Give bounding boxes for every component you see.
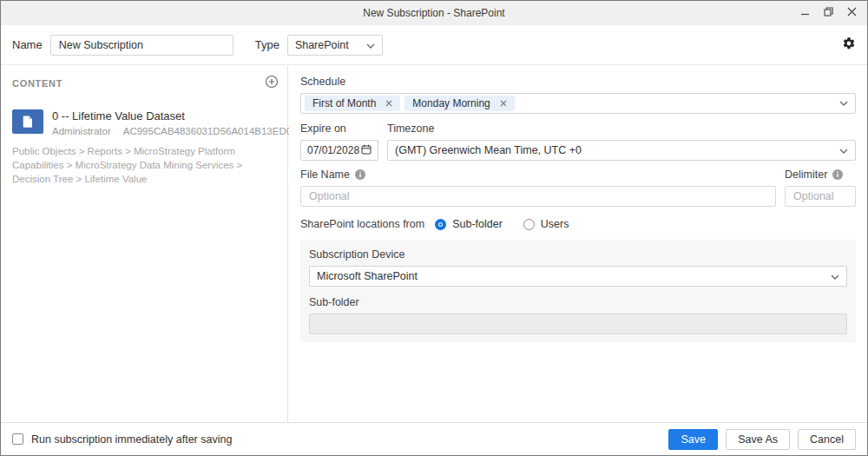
chevron-down-icon [366, 39, 375, 51]
radio-option-label: Sub-folder [452, 218, 503, 230]
radio-unselected-icon [523, 219, 535, 230]
device-label: Subscription Device [309, 248, 847, 261]
schedule-tag-label: First of Month [312, 97, 376, 109]
content-panel-title: CONTENT [12, 78, 62, 89]
restore-button[interactable] [817, 1, 840, 25]
chevron-down-icon [839, 144, 848, 156]
schedule-tag: Monday Morning [404, 96, 514, 111]
titlebar: New Subscription - SharePoint [1, 1, 867, 25]
expire-date-value: 07/01/2028 [307, 144, 359, 156]
delimiter-field: Delimiter [785, 169, 856, 207]
schedule-multiselect[interactable]: First of Month Monday Morning [300, 93, 856, 114]
new-subscription-dialog: New Subscription - SharePoint [0, 0, 868, 456]
info-icon[interactable] [355, 169, 365, 180]
close-icon [847, 7, 857, 19]
close-button[interactable] [840, 1, 864, 25]
minimize-button[interactable] [793, 1, 817, 25]
settings-button[interactable] [842, 36, 856, 54]
subfolder-label: Sub-folder [309, 296, 847, 308]
type-select[interactable]: SharePoint [287, 35, 383, 56]
type-value: SharePoint [295, 39, 349, 51]
content-panel: CONTENT 0 -- Lifetime Value Dataset Admi… [1, 66, 288, 422]
report-document-icon [12, 109, 43, 134]
run-immediately-checkbox[interactable] [12, 433, 23, 445]
radio-option-users[interactable]: Users [523, 218, 569, 230]
content-item-text: 0 -- Lifetime Value Dataset Administrato… [52, 109, 276, 136]
content-item-meta: Administrator AC995CAB4836031D56A014B13E… [52, 126, 276, 136]
content-panel-header: CONTENT [1, 66, 287, 92]
delimiter-input[interactable] [785, 186, 856, 207]
delimiter-label: Delimiter [785, 169, 827, 181]
add-content-button[interactable] [265, 75, 279, 92]
file-name-label: File Name [300, 169, 350, 181]
radio-selected-icon [435, 219, 446, 230]
gear-icon [842, 36, 856, 54]
name-input[interactable] [50, 35, 233, 56]
cancel-button[interactable]: Cancel [798, 429, 856, 450]
minimize-icon [800, 7, 810, 19]
content-item-title: 0 -- Lifetime Value Dataset [52, 109, 276, 122]
chevron-down-icon [839, 101, 848, 106]
content-item-path: Public Objects > Reports > MicroStrategy… [12, 144, 276, 186]
content-item-owner: Administrator [52, 126, 111, 136]
expire-field: Expire on 07/01/2028 [300, 122, 378, 161]
device-select[interactable]: Microsoft SharePoint [309, 266, 847, 287]
footer-bar: Run subscription immediately after savin… [1, 422, 867, 455]
schedule-label: Schedule [300, 76, 856, 88]
timezone-field: Timezone (GMT) Greenwich Mean Time, UTC … [387, 122, 856, 161]
content-item[interactable]: 0 -- Lifetime Value Dataset Administrato… [12, 109, 276, 136]
chevron-down-icon [831, 270, 839, 282]
info-icon[interactable] [832, 169, 843, 180]
run-immediately-label: Run subscription immediately after savin… [31, 433, 232, 446]
name-label: Name [12, 38, 43, 51]
device-panel: Subscription Device Microsoft SharePoint… [300, 240, 856, 342]
device-value: Microsoft SharePoint [317, 270, 418, 282]
timezone-label: Timezone [387, 122, 856, 135]
content-item-id: AC995CAB4836031D56A014B13ED06CA4 [123, 126, 317, 136]
restore-icon [824, 7, 833, 19]
save-button[interactable]: Save [668, 429, 718, 450]
save-as-button[interactable]: Save As [726, 429, 790, 450]
timezone-select[interactable]: (GMT) Greenwich Mean Time, UTC +0 [387, 140, 856, 161]
calendar-icon[interactable] [361, 144, 372, 157]
window-title: New Subscription - SharePoint [363, 7, 504, 19]
type-label: Type [255, 38, 279, 51]
schedule-tag: First of Month [305, 96, 400, 111]
expire-date-input[interactable]: 07/01/2028 [300, 140, 378, 161]
subfolder-input [309, 314, 847, 334]
subscription-header-row: Name Type SharePoint [1, 25, 867, 65]
remove-tag-icon[interactable] [500, 100, 507, 107]
radio-option-label: Users [541, 218, 569, 230]
expire-label: Expire on [300, 122, 378, 135]
locations-radio-group: Sub-folder Users [435, 218, 589, 230]
locations-row: SharePoint locations from Sub-folder Use… [300, 218, 856, 230]
file-name-field: File Name [300, 169, 776, 207]
file-name-input[interactable] [300, 186, 776, 207]
footer-buttons: Save Save As Cancel [668, 429, 856, 450]
window-controls [793, 1, 864, 25]
radio-option-sub-folder[interactable]: Sub-folder [435, 218, 503, 230]
timezone-value: (GMT) Greenwich Mean Time, UTC +0 [395, 144, 582, 156]
locations-label: SharePoint locations from [300, 218, 424, 230]
remove-tag-icon[interactable] [385, 100, 392, 107]
subscription-form: Schedule First of Month Monday Morning E… [289, 66, 867, 422]
schedule-tag-label: Monday Morning [412, 97, 490, 109]
